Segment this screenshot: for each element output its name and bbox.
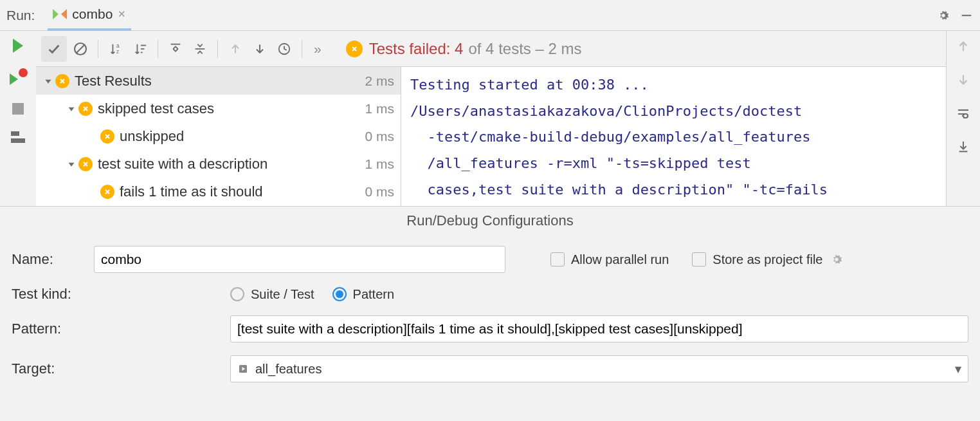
tree-row[interactable]: fails 1 time as it should0 ms <box>36 178 401 205</box>
tree-item-time: 0 ms <box>365 184 394 200</box>
expand-all-button[interactable] <box>167 40 185 58</box>
store-project-label: Store as project file <box>712 252 822 267</box>
allow-parallel-checkbox[interactable]: Allow parallel run <box>550 252 669 267</box>
run-config-icon <box>53 7 67 21</box>
radio-suite-label: Suite / Test <box>251 287 314 302</box>
svg-text:z: z <box>116 49 119 55</box>
tree-root-row[interactable]: Test Results 2 ms <box>36 67 401 95</box>
radio-pattern[interactable]: Pattern <box>332 287 394 302</box>
fail-icon <box>100 185 114 199</box>
tree-item-time: 0 ms <box>365 129 394 144</box>
tree-item-label: unskipped <box>120 128 365 145</box>
tree-item-label: fails 1 time as it should <box>120 183 365 200</box>
radio-pattern-label: Pattern <box>353 287 394 302</box>
tree-item-label: test suite with a description <box>98 156 365 173</box>
svg-text:a: a <box>116 43 120 49</box>
chevron-down-icon: ▾ <box>955 361 961 377</box>
tree-row[interactable]: skipped test cases1 ms <box>36 95 401 122</box>
prev-test-button[interactable] <box>226 40 244 58</box>
chevron-down-icon[interactable] <box>66 103 77 115</box>
rerun-failed-button[interactable] <box>10 70 26 86</box>
allow-parallel-label: Allow parallel run <box>571 252 669 267</box>
next-test-button[interactable] <box>251 40 269 58</box>
rerun-button[interactable] <box>13 39 23 53</box>
radio-suite-test[interactable]: Suite / Test <box>230 287 314 302</box>
scroll-down-button[interactable] <box>954 71 972 89</box>
close-icon[interactable]: ✕ <box>118 8 126 20</box>
tree-item-time: 1 ms <box>365 156 394 172</box>
tree-item-time: 1 ms <box>365 101 394 117</box>
store-project-checkbox[interactable]: Store as project file <box>692 252 822 267</box>
tree-row[interactable]: unskipped0 ms <box>36 122 401 150</box>
pattern-input[interactable] <box>230 315 968 342</box>
test-tree[interactable]: Test Results 2 ms skipped test cases1 ms… <box>36 67 401 206</box>
gear-icon[interactable] <box>936 8 950 23</box>
svg-marker-15 <box>46 79 51 83</box>
run-tab-label: combo <box>72 6 113 22</box>
run-tab-combo[interactable]: combo ✕ <box>48 0 131 31</box>
tests-total-text: of 4 tests – 2 ms <box>468 40 581 58</box>
svg-line-2 <box>77 45 84 53</box>
stop-button[interactable] <box>12 103 24 115</box>
tree-item-label: skipped test cases <box>98 100 365 117</box>
minimize-icon[interactable] <box>959 8 974 23</box>
tree-root-label: Test Results <box>75 73 365 89</box>
target-label: Target: <box>12 360 230 377</box>
name-input[interactable] <box>94 246 505 273</box>
run-panel-body: az » Tests failed: 4 of 4 tests – 2 ms <box>0 31 980 206</box>
fail-icon <box>100 129 114 144</box>
tests-failed-count: Tests failed: 4 <box>369 40 464 58</box>
fail-status-icon <box>346 41 363 57</box>
sort-duration-button[interactable] <box>131 40 149 58</box>
test-toolbar: az » Tests failed: 4 of 4 tests – 2 ms <box>36 31 946 67</box>
layout-button[interactable] <box>11 131 25 143</box>
config-title: Run/Debug Configurations <box>0 206 980 234</box>
right-action-gutter <box>947 31 980 206</box>
chevron-down-icon[interactable] <box>42 75 54 87</box>
show-ignored-toggle[interactable] <box>71 40 89 58</box>
tree-root-time: 2 ms <box>365 73 394 89</box>
fail-icon <box>55 74 69 88</box>
test-results-area: az » Tests failed: 4 of 4 tests – 2 ms <box>36 31 947 206</box>
run-toolwindow-header: Run: combo ✕ <box>0 0 980 31</box>
target-row: Target: all_features ▾ <box>12 355 968 382</box>
run-label: Run: <box>6 8 35 23</box>
pattern-label: Pattern: <box>12 321 230 337</box>
svg-marker-18 <box>69 107 75 111</box>
fail-icon <box>78 157 93 171</box>
tree-row[interactable]: test suite with a description1 ms <box>36 150 401 178</box>
collapse-all-button[interactable] <box>191 40 209 58</box>
testkind-radio-group: Suite / Test Pattern <box>230 287 394 302</box>
test-history-button[interactable] <box>275 40 293 58</box>
gear-icon[interactable] <box>830 252 844 267</box>
scroll-up-button[interactable] <box>954 37 972 55</box>
testkind-row: Test kind: Suite / Test Pattern <box>12 286 968 303</box>
testkind-label: Test kind: <box>12 286 230 303</box>
console-output[interactable]: Testing started at 00:38 ... /Users/anas… <box>401 67 946 206</box>
name-row: Name: Allow parallel run Store as projec… <box>12 246 968 273</box>
chevron-down-icon[interactable] <box>66 158 77 170</box>
results-content: Test Results 2 ms skipped test cases1 ms… <box>36 67 946 206</box>
config-form: Name: Allow parallel run Store as projec… <box>0 234 980 394</box>
svg-marker-23 <box>69 162 75 166</box>
name-label: Name: <box>12 251 94 268</box>
left-action-gutter <box>0 31 36 206</box>
pattern-row: Pattern: <box>12 315 968 342</box>
scroll-to-end-button[interactable] <box>954 138 972 156</box>
test-status: Tests failed: 4 of 4 tests – 2 ms <box>346 40 582 58</box>
fail-icon <box>78 102 93 116</box>
target-select[interactable]: all_features ▾ <box>230 355 968 382</box>
target-icon <box>237 363 249 375</box>
show-passed-toggle[interactable] <box>41 36 67 62</box>
soft-wrap-button[interactable] <box>954 104 972 122</box>
more-chevron[interactable]: » <box>314 41 322 57</box>
target-value: all_features <box>255 362 322 377</box>
sort-alpha-button[interactable]: az <box>107 40 125 58</box>
